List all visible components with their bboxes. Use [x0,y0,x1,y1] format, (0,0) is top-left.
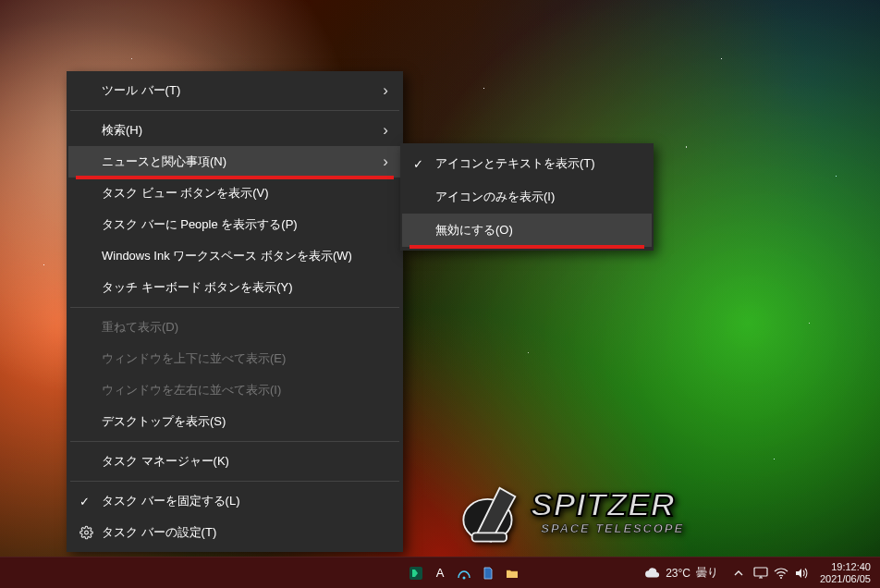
check-icon: ✓ [413,157,423,171]
chevron-right-icon: › [383,153,388,171]
menu-item-label: ウィンドウを上下に並べて表示(E) [102,350,286,367]
svg-point-6 [780,577,782,579]
menu-item-toolbars[interactable]: ツール バー(T) › [68,75,401,106]
menu-item-label: 検索(H) [102,122,142,139]
taskbar-systray [726,557,814,588]
menu-item-stack-horiz: ウィンドウを左右に並べて表示(I) [68,374,401,406]
menu-item-show-desktop[interactable]: デスクトップを表示(S) [68,406,401,437]
menu-item-news-interests[interactable]: ニュースと関心事項(N) › [68,146,401,178]
taskbar[interactable]: A 23°C 曇り 19:12:40 2021 [0,557,880,588]
dashlane-icon[interactable] [406,563,426,583]
annotation-underline [409,245,644,249]
submenu-item-icon-text[interactable]: ✓ アイコンとテキストを表示(T) [402,147,652,180]
submenu-item-icon-only[interactable]: アイコンのみを表示(I) [402,180,652,214]
taskbar-clock[interactable]: 19:12:40 2021/06/05 [814,561,880,584]
svg-point-2 [85,531,89,534]
chevron-right-icon: › [383,121,388,140]
monitor-icon[interactable] [752,564,770,582]
menu-item-touch-keyboard[interactable]: タッチ キーボード ボタンを表示(Y) [68,272,401,303]
svg-point-4 [463,576,466,579]
menu-item-task-manager[interactable]: タスク マネージャー(K) [68,446,401,477]
menu-item-label: アイコンのみを表示(I) [435,189,555,205]
chevron-up-icon[interactable] [729,564,748,582]
menu-separator [70,481,399,482]
menu-item-taskbar-settings[interactable]: タスク バーの設定(T) [68,517,401,548]
menu-item-label: タスク マネージャー(K) [102,453,229,470]
menu-separator [70,307,399,308]
sdcard-icon[interactable] [478,563,498,583]
clock-date: 2021/06/05 [820,573,871,585]
news-interests-submenu: ✓ アイコンとテキストを表示(T) アイコンのみを表示(I) 無効にする(O) [400,143,654,251]
taskbar-tray-left: A [406,563,522,583]
menu-item-label: 無効にする(O) [435,222,513,239]
menu-separator [70,441,399,442]
menu-item-label: タスク バーに People を表示する(P) [102,216,298,233]
menu-item-label: ウィンドウを左右に並べて表示(I) [102,382,281,398]
cloud-icon [643,567,660,580]
menu-item-label: デスクトップを表示(S) [102,413,226,430]
menu-item-taskview-button[interactable]: タスク ビュー ボタンを表示(V) [68,178,401,209]
menu-item-people[interactable]: タスク バーに People を表示する(P) [68,209,401,240]
menu-item-label: タスク バーを固定する(L) [102,493,240,509]
volume-icon[interactable] [792,564,811,582]
submenu-item-disable[interactable]: 無効にする(O) [402,214,652,247]
menu-item-label: ツール バー(T) [102,82,180,99]
weather-text: 曇り [696,565,718,581]
folder-icon[interactable] [502,563,522,583]
check-icon: ✓ [79,495,90,508]
svg-rect-5 [754,568,767,576]
menu-item-ink-workspace[interactable]: Windows Ink ワークスペース ボタンを表示(W) [68,240,401,272]
menu-item-label: タッチ キーボード ボタンを表示(Y) [102,279,293,296]
menu-item-label: 重ねて表示(D) [102,319,178,336]
weather-temp: 23°C [666,567,691,580]
wifi-icon[interactable] [772,564,790,582]
menu-item-label: タスク バーの設定(T) [102,524,216,541]
taskbar-context-menu: ツール バー(T) › 検索(H) › ニュースと関心事項(N) › タスク ビ… [67,71,403,552]
taskbar-weather[interactable]: 23°C 曇り [636,557,726,588]
clock-time: 19:12:40 [820,561,871,573]
gear-icon [79,526,93,540]
menu-item-search[interactable]: 検索(H) › [68,115,401,146]
menu-item-lock-taskbar[interactable]: ✓ タスク バーを固定する(L) [68,485,401,517]
menu-item-label: タスク ビュー ボタンを表示(V) [102,185,269,202]
chevron-right-icon: › [383,81,388,100]
menu-item-label: ニュースと関心事項(N) [102,153,226,170]
menu-item-cascade: 重ねて表示(D) [68,312,401,343]
menu-separator [70,110,399,111]
ime-a-icon[interactable]: A [430,563,450,583]
wifi-analyzer-icon[interactable] [454,563,474,583]
menu-item-stack-vert: ウィンドウを上下に並べて表示(E) [68,343,401,374]
menu-item-label: アイコンとテキストを表示(T) [435,155,595,172]
menu-item-label: Windows Ink ワークスペース ボタンを表示(W) [102,248,352,264]
